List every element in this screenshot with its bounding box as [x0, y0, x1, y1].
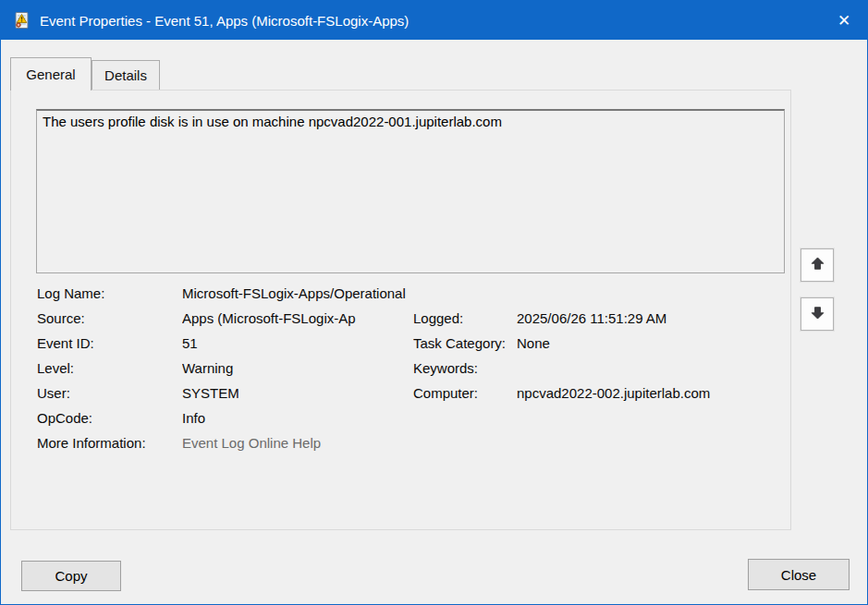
field-value: SYSTEM [182, 385, 413, 401]
copy-button[interactable]: Copy [21, 561, 121, 591]
tab-details-label: Details [104, 67, 147, 83]
field-row-source-logged: Source: Apps (Microsoft-FSLogix-Ap Logge… [37, 306, 782, 331]
field-label: Task Category: [413, 335, 517, 351]
general-tab-panel: The users profile disk is in use on mach… [10, 90, 791, 530]
field-label: Computer: [413, 385, 517, 401]
field-value: Microsoft-FSLogix-Apps/Operational [182, 285, 413, 301]
field-row-more-information: More Information: Event Log Online Help [37, 430, 782, 455]
up-arrow-icon [810, 256, 825, 274]
field-value: npcvad2022-002.jupiterlab.com [517, 385, 782, 401]
close-button[interactable]: Close [748, 559, 850, 590]
field-value: 51 [182, 335, 413, 351]
tab-details[interactable]: Details [92, 60, 160, 90]
field-value: Info [182, 410, 413, 426]
close-icon[interactable]: ✕ [821, 1, 867, 40]
event-log-icon [12, 11, 31, 30]
field-row-log-name: Log Name: Microsoft-FSLogix-Apps/Operati… [37, 281, 782, 306]
field-label: Event ID: [37, 335, 182, 351]
field-label: User: [37, 385, 182, 401]
field-label: Source: [37, 310, 182, 326]
field-label: Keywords: [413, 360, 517, 376]
more-info-link[interactable]: Event Log Online Help [182, 435, 413, 451]
field-value: Warning [182, 360, 413, 376]
field-label: Level: [37, 360, 182, 376]
field-row-level-keywords: Level: Warning Keywords: [37, 356, 782, 381]
field-label: More Information: [37, 435, 182, 451]
field-label: Logged: [413, 310, 517, 326]
field-row-user-computer: User: SYSTEM Computer: npcvad2022-002.ju… [37, 381, 782, 405]
tab-general[interactable]: General [10, 57, 92, 91]
titlebar[interactable]: Event Properties - Event 51, Apps (Micro… [1, 1, 867, 40]
down-arrow-icon [810, 305, 825, 323]
event-properties-dialog: Event Properties - Event 51, Apps (Micro… [0, 0, 868, 605]
event-message-box[interactable]: The users profile disk is in use on mach… [36, 109, 785, 273]
tab-general-label: General [26, 67, 75, 82]
event-fields: Log Name: Microsoft-FSLogix-Apps/Operati… [37, 281, 782, 455]
field-value: 2025/06/26 11:51:29 AM [517, 310, 782, 326]
field-value: Apps (Microsoft-FSLogix-Ap [182, 310, 413, 326]
field-label: Log Name: [37, 285, 182, 301]
field-row-opcode: OpCode: Info [37, 405, 782, 430]
window-title: Event Properties - Event 51, Apps (Micro… [40, 13, 409, 29]
field-row-eventid-taskcategory: Event ID: 51 Task Category: None [37, 331, 782, 356]
previous-event-button[interactable] [801, 248, 834, 282]
field-label: OpCode: [37, 410, 182, 426]
field-value: None [517, 335, 782, 351]
next-event-button[interactable] [801, 297, 834, 331]
